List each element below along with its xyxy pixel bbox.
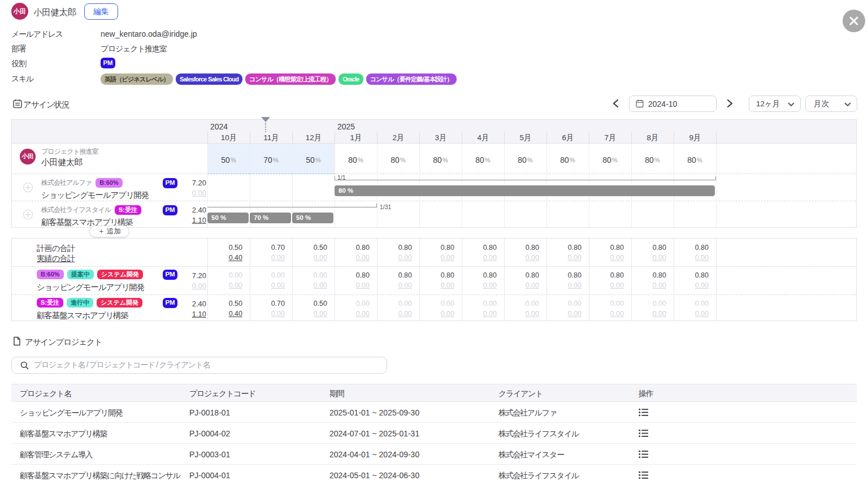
actual-value[interactable]: 0.00	[674, 310, 709, 318]
actual-value[interactable]: 0.00	[250, 282, 285, 289]
capacity-cell[interactable]: 80%	[462, 144, 504, 174]
plan-value: 0.00	[419, 300, 454, 308]
actual-total-value[interactable]: 0.00	[250, 254, 285, 262]
actual-total-value[interactable]: 0.00	[377, 254, 412, 262]
capacity-cell[interactable]: 80%	[419, 144, 462, 174]
actual-total-value[interactable]: 0.00	[546, 254, 581, 262]
capacity-value: 70	[263, 155, 272, 164]
actual-total[interactable]: 1.10	[172, 310, 206, 318]
capacity-cell[interactable]: 80%	[674, 144, 716, 174]
actual-value[interactable]: 0.00	[589, 282, 624, 289]
actual-value[interactable]: 0.00	[589, 310, 624, 318]
actual-value[interactable]: 0.00	[674, 282, 709, 289]
actual-total-value[interactable]: 0.00	[462, 254, 497, 262]
assign-status-title: アサイン状況	[23, 99, 69, 110]
actual-total-value[interactable]: 0.00	[419, 254, 454, 262]
granularity-select[interactable]: 月次	[805, 96, 857, 112]
project-search-box[interactable]: プロジェクト名 / プロジェクトコード / クライアント名	[11, 357, 387, 374]
actual-value[interactable]: 0.00	[631, 282, 666, 289]
period-date-label: 1/1	[337, 175, 346, 181]
expand-row-button[interactable]	[23, 210, 33, 219]
capacity-cell[interactable]: 70%	[250, 144, 292, 174]
actual-value[interactable]: 0.00	[335, 310, 370, 318]
plan-value: 0.80	[589, 272, 624, 279]
actual-value[interactable]: 0.00	[335, 282, 370, 289]
plan-total-value: 0.80	[377, 244, 412, 252]
actual-value[interactable]: 0.00	[377, 310, 412, 318]
row-actions-button[interactable]	[639, 408, 649, 417]
actual-value[interactable]: 0.00	[250, 310, 285, 318]
actual-value[interactable]: 0.00	[631, 310, 666, 318]
actual-total[interactable]: 0.00	[172, 189, 206, 197]
capacity-cell[interactable]: 50%	[292, 144, 335, 174]
project-client-cell: 株式会社アルファ	[498, 409, 557, 417]
projects-table-header: プロジェクト名プロジェクトコード期間クライアント操作	[11, 384, 857, 402]
actual-value[interactable]: 0.00	[377, 282, 412, 289]
actual-total[interactable]: 0.00	[172, 282, 206, 289]
plan-total-value: 0.70	[250, 244, 285, 252]
capacity-cell[interactable]: 80%	[589, 144, 631, 174]
row-actions-button[interactable]	[639, 450, 649, 458]
add-assignment-button[interactable]: ＋ 追加	[89, 226, 129, 237]
period-input[interactable]: 2024-10	[629, 96, 717, 112]
gantt-month-header: 10月	[207, 132, 250, 144]
project-table-row: ショッピングモールアプリ開発PJ-0018-012025-01-01 ~ 202…	[11, 402, 857, 423]
capacity-cell[interactable]: 80%	[335, 144, 377, 174]
gantt-month-header: 6月	[546, 132, 589, 144]
actual-value[interactable]: 0.00	[292, 310, 327, 318]
row-actions-button[interactable]	[639, 471, 649, 479]
member-avatar-initials: 小田	[14, 7, 26, 16]
skill-badge: 英語（ビジネスレベル）	[101, 73, 173, 85]
column-header: 操作	[639, 389, 653, 397]
actual-value[interactable]: 0.00	[504, 282, 539, 289]
capacity-cell[interactable]: 80%	[631, 144, 674, 174]
actual-value[interactable]: 0.00	[419, 282, 454, 289]
actual-value[interactable]: 0.00	[546, 310, 581, 318]
row-actions-button[interactable]	[639, 429, 649, 438]
plan-value: 0.00	[292, 272, 327, 279]
member-row-dept: プロジェクト推進室	[41, 147, 98, 157]
list-icon	[639, 408, 649, 417]
actual-value[interactable]: 0.00	[419, 310, 454, 318]
actual-value[interactable]: 0.00	[462, 282, 497, 289]
actual-total-value[interactable]: 0.00	[292, 254, 327, 262]
actual-total-value[interactable]: 0.00	[335, 254, 370, 262]
status-badge: S:受注	[37, 298, 63, 308]
member-name: 小田健太郎	[33, 7, 76, 19]
assignment-bar[interactable]: 50 %	[207, 213, 249, 223]
granularity-select-value: 月次	[814, 99, 829, 109]
actual-value[interactable]: 0.00	[207, 282, 242, 289]
plan-value: 0.70	[250, 300, 285, 308]
actual-total-value[interactable]: 0.40	[207, 254, 242, 262]
next-period-button[interactable]	[722, 96, 737, 111]
expand-row-button[interactable]	[23, 183, 33, 192]
actual-total-value[interactable]: 0.00	[631, 254, 666, 262]
member-avatar: 小田	[11, 3, 28, 20]
actual-total-value[interactable]: 0.00	[589, 254, 624, 262]
capacity-cell[interactable]: 80%	[377, 144, 419, 174]
actual-total[interactable]: 1.10	[172, 216, 206, 224]
actual-value[interactable]: 0.00	[546, 282, 581, 289]
actual-value[interactable]: 0.00	[462, 310, 497, 318]
prev-period-button[interactable]	[608, 96, 623, 111]
actual-value[interactable]: 0.40	[207, 310, 242, 318]
capacity-cell[interactable]: 80%	[546, 144, 589, 174]
capacity-cell[interactable]: 50%	[207, 144, 250, 174]
capacity-unit: %	[654, 157, 660, 163]
range-select[interactable]: 12ヶ月	[749, 96, 801, 112]
edit-button[interactable]: 編集	[84, 3, 118, 20]
assignment-bar[interactable]: 70 %	[250, 213, 291, 223]
actual-total-label[interactable]: 実績の合計	[37, 254, 75, 264]
project-name-cell: 顧客基盤スマホアプリ構築	[20, 430, 107, 438]
close-button[interactable]	[843, 10, 865, 32]
capacity-value: 50	[221, 155, 230, 164]
plan-value: 0.80	[335, 272, 370, 279]
assignment-bar[interactable]: 50 %	[292, 213, 333, 223]
actual-value[interactable]: 0.00	[504, 310, 539, 318]
assignment-bar[interactable]: 80 %	[335, 185, 715, 196]
actual-value[interactable]: 0.00	[292, 282, 327, 289]
actual-total-value[interactable]: 0.00	[504, 254, 539, 262]
period-date-label: 1/31	[380, 204, 391, 210]
actual-total-value[interactable]: 0.00	[674, 254, 709, 262]
capacity-cell[interactable]: 80%	[504, 144, 546, 174]
